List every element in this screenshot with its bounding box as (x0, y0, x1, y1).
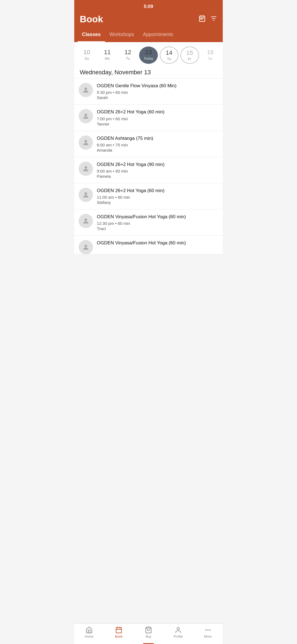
class-time-5: 11:00 am • 60 min (97, 195, 218, 200)
date-cell-12[interactable]: 12 Tu (119, 47, 137, 64)
class-item-1[interactable]: OGDEN Gentle Flow Vinyasa (60 Min) 5:30 … (74, 78, 223, 105)
date-cell-16[interactable]: 16 Sa (201, 47, 219, 64)
avatar-3 (79, 135, 93, 150)
svg-point-10 (84, 114, 87, 116)
header-actions (199, 15, 217, 24)
class-item-3[interactable]: OGDEN Ashtanga (75 min) 6:00 am • 75 min… (74, 131, 223, 157)
class-info-6: OGDEN Vinyasa/Fusion Hot Yoga (60 min) 1… (97, 214, 218, 231)
status-time: 5:09 (144, 4, 153, 9)
svg-point-15 (84, 245, 87, 247)
class-time-1: 5:30 pm • 60 min (97, 90, 218, 95)
date-cell-13-today[interactable]: 13 Today (139, 47, 158, 64)
date-cell-15[interactable]: 15 Fr (180, 47, 199, 64)
class-time-4: 9:00 am • 90 min (97, 169, 218, 173)
class-name-7: OGDEN Vinyasa/Fusion Hot Yoga (60 min) (97, 240, 218, 246)
date-cell-11[interactable]: 11 Mo (98, 47, 117, 64)
filter-icon[interactable] (210, 15, 217, 24)
tab-navigation: Classes Workshops Appointments (74, 29, 223, 42)
class-info-7: OGDEN Vinyasa/Fusion Hot Yoga (60 min) (97, 240, 218, 247)
class-item-6[interactable]: OGDEN Vinyasa/Fusion Hot Yoga (60 min) 1… (74, 209, 223, 236)
svg-point-5 (202, 19, 202, 19)
class-info-4: OGDEN 26+2 Hot Yoga (90 min) 9:00 am • 9… (97, 162, 218, 179)
class-list: OGDEN Gentle Flow Vinyasa (60 Min) 5:30 … (74, 78, 223, 254)
class-time-6: 12:30 pm • 60 min (97, 221, 218, 226)
class-name-2: OGDEN 26+2 Hot Yoga (60 min) (97, 109, 218, 115)
class-name-5: OGDEN 26+2 Hot Yoga (60 min) (97, 188, 218, 194)
page-title: Book (80, 14, 103, 24)
avatar-2 (79, 109, 93, 123)
class-name-4: OGDEN 26+2 Hot Yoga (90 min) (97, 162, 218, 168)
class-name-1: OGDEN Gentle Flow Vinyasa (60 Min) (97, 83, 218, 89)
date-cell-14[interactable]: 14 Th (160, 47, 178, 64)
class-info-2: OGDEN 26+2 Hot Yoga (60 min) 7:00 pm • 6… (97, 109, 218, 126)
avatar-6 (79, 214, 93, 228)
class-item-2[interactable]: OGDEN 26+2 Hot Yoga (60 min) 7:00 pm • 6… (74, 105, 223, 131)
date-cell-10[interactable]: 10 Su (77, 47, 96, 64)
class-name-6: OGDEN Vinyasa/Fusion Hot Yoga (60 min) (97, 214, 218, 220)
header: Book (74, 11, 223, 29)
class-info-1: OGDEN Gentle Flow Vinyasa (60 Min) 5:30 … (97, 83, 218, 100)
tab-workshops[interactable]: Workshops (105, 29, 139, 42)
avatar-1 (79, 83, 93, 97)
class-time-2: 7:00 pm • 60 min (97, 116, 218, 121)
svg-point-4 (201, 19, 201, 19)
svg-point-14 (84, 219, 87, 221)
class-instructor-5: Stefany (97, 200, 218, 205)
svg-point-11 (84, 140, 87, 142)
class-item-7[interactable]: OGDEN Vinyasa/Fusion Hot Yoga (60 min) (74, 236, 223, 254)
svg-point-9 (84, 88, 87, 90)
class-time-3: 6:00 am • 75 min (97, 143, 218, 147)
status-bar: 5:09 (74, 0, 223, 11)
avatar-4 (79, 162, 93, 176)
class-item-4[interactable]: OGDEN 26+2 Hot Yoga (90 min) 9:00 am • 9… (74, 157, 223, 183)
class-instructor-4: Pamela (97, 174, 218, 179)
class-info-5: OGDEN 26+2 Hot Yoga (60 min) 11:00 am • … (97, 188, 218, 205)
tab-classes[interactable]: Classes (78, 29, 105, 42)
calendar-icon[interactable] (199, 15, 206, 24)
class-info-3: OGDEN Ashtanga (75 min) 6:00 am • 75 min… (97, 135, 218, 152)
svg-point-13 (84, 192, 87, 195)
class-instructor-2: Tanner (97, 122, 218, 126)
avatar-7 (79, 240, 93, 254)
class-name-3: OGDEN Ashtanga (75 min) (97, 135, 218, 141)
tab-appointments[interactable]: Appointments (139, 29, 178, 42)
calendar-section: 10 Su 11 Mo 12 Tu 13 Today 14 Th 15 Fr 1… (74, 42, 223, 65)
avatar-5 (79, 188, 93, 202)
date-row: 10 Su 11 Mo 12 Tu 13 Today 14 Th 15 Fr 1… (74, 45, 223, 65)
class-item-5[interactable]: OGDEN 26+2 Hot Yoga (60 min) 11:00 am • … (74, 183, 223, 209)
class-instructor-3: Amanda (97, 148, 218, 152)
svg-point-12 (84, 166, 87, 168)
day-heading: Wednesday, November 13 (74, 65, 223, 78)
class-instructor-1: Sarah (97, 95, 218, 100)
class-instructor-6: Traci (97, 226, 218, 231)
